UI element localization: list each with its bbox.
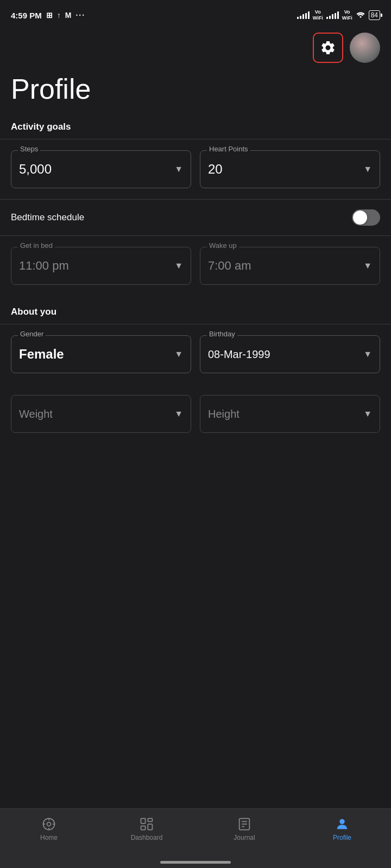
upload-icon: ↑	[57, 11, 61, 20]
wake-up-label: Wake up	[207, 242, 239, 249]
bedtime-fields-row: Get in bed 11:00 pm ▼ Wake up 7:00 am ▼	[0, 236, 391, 296]
signal-bars-1	[297, 11, 310, 19]
status-indicators: VoWiFi VoWiFi 84	[297, 9, 380, 21]
vo-wifi-label-2: VoWiFi	[342, 9, 352, 21]
nav-profile-label: Profile	[333, 834, 351, 841]
more-icon: ···	[75, 11, 85, 20]
get-in-bed-label: Get in bed	[18, 242, 55, 249]
height-arrow: ▼	[363, 409, 372, 419]
birthday-value: 08-Mar-1999	[208, 348, 372, 361]
about-you-section: About you Gender Female ▼ Birthday 08-Ma…	[0, 296, 391, 444]
weight-placeholder: Weight	[19, 408, 183, 420]
page-title: Profile	[0, 67, 391, 116]
bedtime-label: Bedtime schedule	[11, 212, 84, 223]
gender-select[interactable]: Gender Female ▼	[11, 335, 191, 373]
battery-icon: 84	[369, 10, 380, 20]
gender-label: Gender	[18, 330, 46, 337]
time-display: 4:59 PM	[11, 11, 42, 20]
dashboard-icon	[139, 816, 154, 832]
nav-item-journal[interactable]: Journal	[195, 816, 293, 841]
heart-points-value: 20	[208, 162, 372, 177]
weight-height-row: Weight ▼ Height ▼	[0, 384, 391, 444]
gender-birthday-row: Gender Female ▼ Birthday 08-Mar-1999 ▼	[0, 324, 391, 384]
wake-up-select[interactable]: Wake up 7:00 am ▼	[200, 247, 380, 285]
heart-points-select[interactable]: Heart Points 20 ▼	[200, 150, 380, 188]
svg-rect-4	[148, 824, 152, 830]
hashtag-icon: ⊞	[46, 11, 53, 20]
svg-point-10	[339, 819, 344, 824]
wifi-icon	[356, 11, 365, 20]
wake-up-value: 7:00 am	[208, 259, 372, 273]
nav-journal-label: Journal	[234, 834, 255, 841]
vo-wifi-label-1: VoWiFi	[313, 9, 323, 21]
about-you-header: About you	[0, 301, 391, 324]
height-select[interactable]: Height ▼	[200, 395, 380, 433]
birthday-select[interactable]: Birthday 08-Mar-1999 ▼	[200, 335, 380, 373]
svg-rect-5	[141, 826, 146, 830]
status-bar: 4:59 PM ⊞ ↑ M ··· VoWiFi VoWiFi	[0, 0, 391, 28]
svg-point-1	[47, 822, 51, 826]
profile-icon	[335, 816, 350, 832]
gear-icon	[320, 40, 336, 56]
weight-select[interactable]: Weight ▼	[11, 395, 191, 433]
steps-dropdown-arrow: ▼	[174, 164, 183, 174]
bedtime-schedule-row: Bedtime schedule	[0, 200, 391, 235]
heart-points-label: Heart Points	[207, 145, 250, 152]
heart-points-dropdown-arrow: ▼	[363, 164, 372, 174]
birthday-arrow: ▼	[363, 349, 372, 359]
svg-rect-3	[148, 819, 152, 822]
nav-item-profile[interactable]: Profile	[293, 816, 391, 841]
wake-up-arrow: ▼	[363, 261, 372, 271]
nav-item-home[interactable]: Home	[0, 816, 98, 841]
gender-arrow: ▼	[174, 349, 183, 359]
mail-icon: M	[65, 11, 72, 20]
get-in-bed-value: 11:00 pm	[19, 259, 183, 273]
birthday-label: Birthday	[207, 330, 237, 337]
activity-goals-header: Activity goals	[0, 116, 391, 139]
home-icon	[41, 816, 56, 832]
home-indicator	[160, 861, 231, 864]
status-time: 4:59 PM ⊞ ↑ M ···	[11, 11, 85, 20]
weight-arrow: ▼	[174, 409, 183, 419]
nav-dashboard-label: Dashboard	[131, 834, 163, 841]
bottom-nav: Home Dashboard Journal	[0, 808, 391, 868]
toggle-knob	[353, 210, 367, 225]
activity-goals-row: Steps 5,000 ▼ Heart Points 20 ▼	[0, 139, 391, 199]
steps-select[interactable]: Steps 5,000 ▼	[11, 150, 191, 188]
steps-label: Steps	[18, 145, 40, 152]
settings-button[interactable]	[313, 33, 343, 63]
height-placeholder: Height	[208, 408, 372, 420]
bedtime-toggle[interactable]	[352, 209, 380, 226]
avatar[interactable]	[350, 33, 380, 63]
steps-value: 5,000	[19, 162, 183, 177]
get-in-bed-arrow: ▼	[174, 261, 183, 271]
header	[0, 28, 391, 67]
nav-home-label: Home	[40, 834, 58, 841]
get-in-bed-select[interactable]: Get in bed 11:00 pm ▼	[11, 247, 191, 285]
svg-rect-2	[141, 819, 146, 824]
nav-item-dashboard[interactable]: Dashboard	[98, 816, 195, 841]
journal-icon	[237, 816, 252, 832]
signal-bars-2	[326, 11, 339, 19]
gender-value: Female	[19, 347, 183, 362]
